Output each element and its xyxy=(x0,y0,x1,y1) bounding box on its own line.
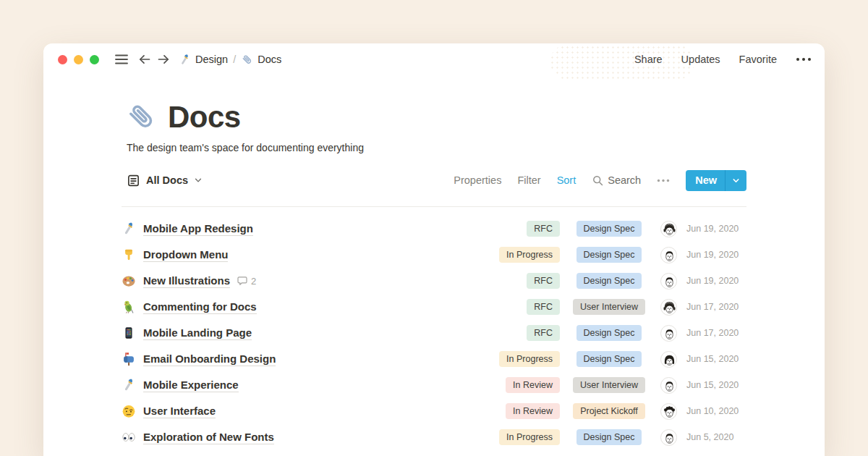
filter-button[interactable]: Filter xyxy=(517,174,540,186)
search-button[interactable]: Search xyxy=(592,174,641,187)
status-cell[interactable]: RFC xyxy=(485,221,560,237)
page-header: Docs The design team's space for documen… xyxy=(122,100,746,153)
table-row[interactable]: Mobile App RedesignRFCDesign Spec Jun 19… xyxy=(122,216,746,242)
author-cell xyxy=(660,403,678,420)
author-cell xyxy=(660,247,678,263)
new-button-dropdown[interactable] xyxy=(726,170,746,191)
table-row[interactable]: Commenting for DocsRFCUser Interview Jun… xyxy=(122,294,746,320)
breadcrumb-separator: / xyxy=(233,54,236,65)
palette-icon xyxy=(122,274,143,288)
avatar[interactable] xyxy=(660,325,677,342)
status-cell[interactable]: RFC xyxy=(485,273,560,289)
face-raised-eyebrow-icon xyxy=(122,404,143,418)
breadcrumb-item-docs[interactable]: Docs xyxy=(241,54,281,66)
zoom-window-button[interactable] xyxy=(90,55,99,64)
status-cell[interactable]: In Progress xyxy=(485,247,560,263)
hamburger-menu-icon[interactable] xyxy=(112,50,131,69)
type-cell[interactable]: Design Spec xyxy=(567,429,651,445)
paintbrush-icon xyxy=(122,221,143,236)
table-row[interactable]: Mobile Landing PageRFCDesign Spec Jun 17… xyxy=(122,320,746,346)
table-row[interactable]: Email Onboarding DesignIn ProgressDesign… xyxy=(122,346,746,372)
doc-title-cell: Email Onboarding Design xyxy=(143,352,485,366)
table-row[interactable]: User InterfaceIn ReviewProject Kickoff J… xyxy=(122,398,746,424)
table-row[interactable]: Dropdown MenuIn ProgressDesign Spec Jun … xyxy=(122,242,746,268)
page-list-icon xyxy=(127,174,140,187)
avatar[interactable] xyxy=(660,377,677,394)
status-cell[interactable]: RFC xyxy=(485,325,560,341)
doc-title-link[interactable]: Commenting for Docs xyxy=(143,300,257,314)
status-cell[interactable]: In Progress xyxy=(485,429,560,445)
author-cell xyxy=(660,351,678,368)
status-badge: In Review xyxy=(506,403,560,419)
date-cell: Jun 19, 2020 xyxy=(686,224,746,234)
type-cell[interactable]: Project Kickoff xyxy=(567,403,651,419)
type-badge: Design Spec xyxy=(576,429,642,445)
share-button[interactable]: Share xyxy=(634,54,663,65)
properties-button[interactable]: Properties xyxy=(454,174,501,186)
avatar[interactable] xyxy=(660,429,677,446)
doc-title-link[interactable]: Mobile App Redesign xyxy=(143,222,253,236)
author-cell xyxy=(660,221,678,237)
avatar[interactable] xyxy=(660,221,677,237)
type-badge: Design Spec xyxy=(576,351,642,367)
doc-title-link[interactable]: User Interface xyxy=(143,405,216,418)
paperclip-icon xyxy=(241,54,253,66)
table-row[interactable]: Mobile ExperienceIn ReviewUser Interview… xyxy=(122,372,746,398)
type-cell[interactable]: Design Spec xyxy=(567,325,651,341)
close-window-button[interactable] xyxy=(58,55,67,64)
status-badge: RFC xyxy=(527,325,560,341)
doc-title-link[interactable]: Email Onboarding Design xyxy=(143,352,276,366)
table-row[interactable]: Exploration of New FontsIn ProgressDesig… xyxy=(122,424,746,450)
date-cell: Jun 19, 2020 xyxy=(686,276,746,286)
mailbox-icon xyxy=(122,352,143,366)
date-cell: Jun 15, 2020 xyxy=(686,354,746,364)
type-cell[interactable]: Design Spec xyxy=(567,351,651,367)
topbar: Design / Docs Share Updates Favorite xyxy=(43,43,825,75)
doc-title-link[interactable]: New Illustrations xyxy=(143,274,230,288)
sort-button[interactable]: Sort xyxy=(557,174,576,186)
type-cell[interactable]: User Interview xyxy=(567,299,651,315)
doc-title-link[interactable]: Exploration of New Fonts xyxy=(143,431,274,444)
status-cell[interactable]: RFC xyxy=(485,299,560,315)
chevron-down-icon xyxy=(732,177,740,185)
breadcrumb-label: Design xyxy=(195,54,228,65)
author-cell xyxy=(660,429,678,446)
favorite-button[interactable]: Favorite xyxy=(739,54,777,65)
app-window: Design / Docs Share Updates Favorite Doc… xyxy=(43,43,825,456)
avatar[interactable] xyxy=(660,403,677,420)
minimize-window-button[interactable] xyxy=(74,55,83,64)
docs-table: Mobile App RedesignRFCDesign Spec Jun 19… xyxy=(122,216,746,450)
avatar[interactable] xyxy=(660,273,677,290)
type-cell[interactable]: Design Spec xyxy=(567,273,651,289)
comment-count[interactable]: 2 xyxy=(237,275,256,287)
updates-button[interactable]: Updates xyxy=(681,54,720,65)
search-label: Search xyxy=(608,174,641,186)
page-title: Docs xyxy=(168,100,241,135)
doc-title-link[interactable]: Mobile Landing Page xyxy=(143,326,252,340)
view-switcher[interactable]: All Docs xyxy=(127,174,203,187)
type-cell[interactable]: Design Spec xyxy=(567,247,651,263)
doc-title-link[interactable]: Dropdown Menu xyxy=(143,248,228,262)
date-cell: Jun 15, 2020 xyxy=(686,380,746,390)
new-button[interactable]: New xyxy=(686,170,746,191)
type-cell[interactable]: Design Spec xyxy=(567,221,651,237)
avatar[interactable] xyxy=(660,351,677,368)
author-cell xyxy=(660,377,678,394)
status-cell[interactable]: In Review xyxy=(485,403,560,419)
type-badge: User Interview xyxy=(573,377,645,393)
toolbar-more-icon[interactable] xyxy=(657,171,670,190)
type-cell[interactable]: User Interview xyxy=(567,377,651,393)
avatar[interactable] xyxy=(660,299,677,316)
date-cell: Jun 19, 2020 xyxy=(686,250,746,260)
doc-title-link[interactable]: Mobile Experience xyxy=(143,379,239,392)
new-button-label: New xyxy=(686,170,725,191)
forward-arrow-icon[interactable] xyxy=(154,50,173,69)
more-options-icon[interactable] xyxy=(796,50,812,69)
status-cell[interactable]: In Progress xyxy=(485,351,560,367)
table-row[interactable]: New Illustrations2RFCDesign Spec Jun 19,… xyxy=(122,268,746,294)
back-arrow-icon[interactable] xyxy=(135,50,154,69)
page-content: Docs The design team's space for documen… xyxy=(43,100,825,450)
avatar[interactable] xyxy=(660,247,677,263)
breadcrumb-item-design[interactable]: Design xyxy=(179,54,228,66)
status-cell[interactable]: In Review xyxy=(485,377,560,393)
